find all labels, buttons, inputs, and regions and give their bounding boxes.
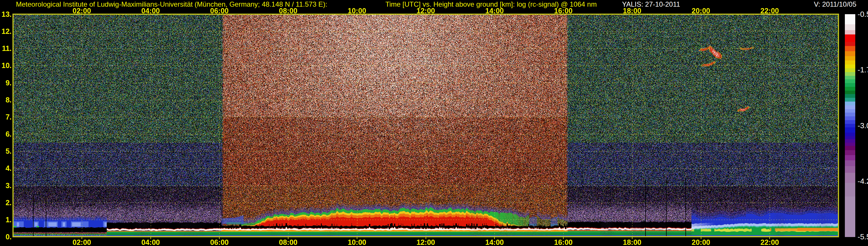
colorbar-tick-label: -4.25: [858, 177, 868, 186]
x-tick-mark: [494, 237, 495, 239]
colorbar-segment: [845, 65, 855, 69]
x-tick-label: 10:00: [348, 6, 366, 15]
x-tick-label: 14:00: [485, 6, 504, 15]
colorbar-segment: [845, 51, 855, 56]
y-tick-label: 4.: [0, 164, 11, 173]
colorbar-segment: [845, 60, 855, 65]
x-tick-mark: [632, 237, 632, 239]
colorbar-tick-label: -1.75: [858, 65, 868, 74]
x-tick-label: 06:00: [210, 238, 228, 246]
x-tick-label: 14:00: [485, 238, 504, 246]
x-tick-label: 02:00: [73, 6, 91, 15]
colorbar-segment: [845, 173, 855, 183]
colorbar-segment: [845, 139, 855, 143]
y-tick-label: 1.: [0, 215, 11, 224]
colorbar: [845, 14, 855, 237]
y-tick-label: 2.: [0, 198, 11, 207]
colorbar-segment: [845, 120, 855, 124]
x-tick-label: 08:00: [279, 6, 298, 15]
x-tick-mark: [288, 237, 288, 239]
colorbar-segment: [845, 143, 855, 146]
x-tick-label: 12:00: [416, 6, 435, 15]
colorbar-segment: [845, 116, 855, 120]
x-tick-mark: [357, 237, 357, 239]
colorbar-segment: [845, 79, 855, 83]
colorbar-tick-label: -0.50: [858, 10, 868, 19]
x-tick-mark: [82, 237, 82, 239]
x-tick-label: 22:00: [761, 238, 779, 246]
colorbar-segment: [845, 83, 855, 87]
header-version: V: 2011/10/05: [814, 1, 857, 8]
x-tick-label: 12:00: [416, 238, 435, 246]
y-tick-label: 10.: [0, 61, 11, 70]
colorbar-segment: [845, 24, 855, 30]
colorbar-segment: [845, 146, 855, 150]
colorbar-segment: [845, 76, 855, 80]
colorbar-segment: [845, 105, 855, 110]
x-tick-label: 02:00: [73, 238, 91, 246]
x-tick-label: 04:00: [142, 238, 160, 246]
x-tick-mark: [219, 237, 220, 239]
colorbar-segment: [845, 136, 855, 140]
x-tick-label: 18:00: [623, 6, 642, 15]
x-tick-label: 18:00: [623, 238, 642, 246]
colorbar-segment: [845, 94, 855, 98]
colorbar-segment: [845, 132, 855, 136]
colorbar-segment: [845, 68, 855, 72]
x-tick-label: 10:00: [348, 238, 366, 246]
colorbar-segment: [845, 101, 855, 105]
y-tick-label: 0.: [0, 233, 11, 241]
y-tick-label: 5.: [0, 147, 11, 155]
x-tick-mark: [769, 237, 770, 239]
colorbar-segment: [845, 72, 855, 76]
x-tick-label: 20:00: [692, 238, 710, 246]
y-tick-label: 7.: [0, 113, 11, 121]
y-tick-label: 13.: [0, 10, 11, 19]
x-tick-label: 04:00: [142, 6, 160, 15]
colorbar-segment: [845, 46, 855, 51]
plot-frame: [13, 14, 838, 237]
colorbar-tick-label: -3.00: [858, 121, 868, 130]
x-tick-mark: [426, 237, 426, 239]
colorbar-segment: [845, 34, 855, 42]
colorbar-segment: [845, 91, 855, 95]
colorbar-segment: [845, 127, 855, 132]
x-tick-mark: [701, 237, 701, 239]
colorbar-segment: [845, 98, 855, 102]
x-tick-mark: [151, 237, 151, 239]
colorbar-segment: [845, 14, 855, 25]
x-tick-label: 16:00: [554, 6, 572, 15]
colorbar-segment: [845, 42, 855, 46]
colorbar-segment: [845, 113, 855, 117]
x-tick-label: 22:00: [761, 6, 779, 15]
x-tick-mark: [563, 237, 564, 239]
y-tick-label: 3.: [0, 181, 11, 190]
y-tick-label: 8.: [0, 95, 11, 104]
colorbar-segment: [845, 183, 855, 196]
y-tick-label: 12.: [0, 27, 11, 36]
x-tick-label: 06:00: [210, 6, 228, 15]
colorbar-segment: [845, 196, 855, 237]
colorbar-segment: [845, 150, 855, 155]
colorbar-segment: [845, 155, 855, 160]
y-tick-label: 9.: [0, 79, 11, 87]
colorbar-tick-label: -5.50: [858, 233, 868, 241]
colorbar-segment: [845, 30, 855, 34]
colorbar-segment: [845, 166, 855, 173]
colorbar-segment: [845, 87, 855, 91]
y-tick-label: 6.: [0, 130, 11, 139]
x-tick-label: 20:00: [692, 6, 710, 15]
colorbar-segment: [845, 124, 855, 128]
lidar-heatmap-canvas: [13, 14, 838, 237]
colorbar-segment: [845, 160, 855, 166]
colorbar-segment: [845, 109, 855, 113]
x-tick-label: 08:00: [279, 238, 298, 246]
y-tick-label: 11.: [0, 44, 11, 53]
x-tick-label: 16:00: [554, 238, 572, 246]
colorbar-segment: [845, 56, 855, 60]
